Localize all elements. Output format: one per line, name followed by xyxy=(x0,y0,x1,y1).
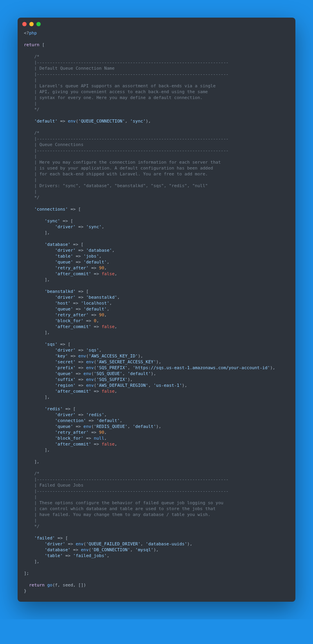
sqs-driver: 'sqs' xyxy=(86,348,99,353)
comment: | have failed. You may change them to an… xyxy=(34,512,210,517)
prefix-key: 'prefix' xyxy=(55,365,76,370)
comment: | can control which database and table a… xyxy=(34,506,216,511)
num-90: 90 xyxy=(99,265,104,271)
sqs-queue-def: 'default' xyxy=(128,371,151,376)
comment: | API, giving you convenient access to e… xyxy=(34,89,208,94)
sqs-region-def: 'us-east-1' xyxy=(153,383,182,388)
php-lang: php xyxy=(29,31,37,36)
sqs-region-env: 'AWS_DEFAULT_REGION' xyxy=(96,383,148,388)
comment: |---------------------------------------… xyxy=(34,72,229,77)
redis-conn-v: 'default' xyxy=(96,418,120,423)
bs-queue: 'default' xyxy=(83,307,107,312)
failed-key: 'failed' xyxy=(34,536,55,541)
database-key: 'database' xyxy=(45,547,70,552)
failed-db-env: 'DB_CONNECTION' xyxy=(91,547,130,552)
close: ], xyxy=(34,459,40,464)
stray-return: return xyxy=(29,583,45,588)
comment: | for each back-end shipped with Laravel… xyxy=(34,171,208,177)
sqs-prefix-def: 'https://sqs.us-east-1.amazonaws.com/you… xyxy=(133,365,270,370)
comment: | xyxy=(34,177,37,182)
comment: |---------------------------------------… xyxy=(34,489,229,494)
comment: |---------------------------------------… xyxy=(34,136,229,141)
comment: | is used by your application. A default… xyxy=(34,166,213,171)
comment: | Queue Connections xyxy=(34,142,84,147)
num-0: 0 xyxy=(94,318,97,323)
comment: /* xyxy=(34,54,40,59)
redis-driver: 'redis' xyxy=(86,412,104,417)
comment: | Laravel's queue API supports an assort… xyxy=(34,83,216,88)
block-for-key: 'block_for' xyxy=(55,318,83,323)
sync-name: 'sync' xyxy=(45,218,60,224)
comment: |---------------------------------------… xyxy=(34,477,229,482)
comment: */ xyxy=(34,524,40,529)
suffix-key: 'suffix' xyxy=(55,377,76,382)
comment: | Failed Queue Jobs xyxy=(34,483,84,488)
comment: | xyxy=(34,494,37,500)
comment: | xyxy=(34,189,37,194)
bracket: [ xyxy=(42,42,45,47)
comment: /* xyxy=(34,471,40,476)
sqs-prefix-env: 'SQS_PREFIX' xyxy=(96,365,127,370)
sqs-key-env: 'AWS_ACCESS_KEY_ID' xyxy=(89,354,138,359)
bracket: [ xyxy=(78,207,81,212)
comment: | xyxy=(34,154,37,159)
host-key: 'host' xyxy=(55,301,70,306)
secret-key: 'secret' xyxy=(55,359,76,364)
failed-driver-env: 'QUEUE_FAILED_DRIVER' xyxy=(86,541,140,547)
stray-args: (f, seed, []) xyxy=(52,583,86,588)
comment: |---------------------------------------… xyxy=(34,60,229,65)
table-key: 'table' xyxy=(55,254,73,259)
key-key: 'key' xyxy=(55,354,68,359)
sqs-secret-env: 'AWS_SECRET_ACCESS_KEY' xyxy=(96,359,156,364)
queue-key: 'queue' xyxy=(55,260,73,265)
env-v: 'sync' xyxy=(130,119,146,124)
failed-driver-def: 'database-uuids' xyxy=(146,541,187,547)
code-block: <?php return [ /* |---------------------… xyxy=(18,29,295,602)
sync-driver: 'sync' xyxy=(86,224,102,229)
comment: */ xyxy=(34,107,40,112)
comment: /* xyxy=(34,130,40,135)
env-fn: env xyxy=(68,119,76,124)
failed-table: 'failed_jobs' xyxy=(73,553,107,558)
driver-key: 'driver' xyxy=(55,224,76,229)
comment: | Default Queue Connection Name xyxy=(34,66,115,71)
db-table: 'jobs' xyxy=(83,254,99,259)
retry-key: 'retry_after' xyxy=(55,265,88,271)
db-driver: 'database' xyxy=(86,248,112,253)
comment: */ xyxy=(34,195,40,200)
failed-db-def: 'mysql' xyxy=(135,547,153,552)
sqs-queue-env: 'SQS_QUEUE' xyxy=(94,371,122,376)
key-default: 'default' xyxy=(34,119,58,124)
bs-name: 'beanstalkd' xyxy=(45,289,76,294)
redis-queue-def: 'default' xyxy=(133,424,156,429)
db-queue: 'default' xyxy=(83,260,107,265)
kw-null: null xyxy=(94,436,104,441)
maximize-icon[interactable] xyxy=(36,22,41,26)
end-bracket: ]; xyxy=(24,571,29,576)
minimize-icon[interactable] xyxy=(29,22,34,26)
comment: | Drivers: "sync", "database", "beanstal… xyxy=(34,183,208,188)
region-key: 'region' xyxy=(55,383,76,388)
comment: | These options configure the behavior o… xyxy=(34,500,223,505)
comment: | xyxy=(34,101,37,106)
code-window: <?php return [ /* |---------------------… xyxy=(18,18,295,602)
titlebar xyxy=(18,18,295,29)
bool-false: false xyxy=(102,271,115,276)
kw-return: return xyxy=(24,42,40,47)
bs-host: 'localhost' xyxy=(81,301,110,306)
env-k: 'QUEUE_CONNECTION' xyxy=(78,119,125,124)
sqs-name: 'sqs' xyxy=(45,342,58,347)
close: ], xyxy=(45,230,50,235)
comment: | xyxy=(34,78,37,83)
comment: |---------------------------------------… xyxy=(34,148,229,153)
close-icon[interactable] xyxy=(22,22,27,26)
comment: | syntax for every one. Here you may def… xyxy=(34,95,203,100)
comment: | Here you may configure the connection … xyxy=(34,160,221,165)
key-connections: 'connections' xyxy=(34,207,68,212)
after-commit-key: 'after_commit' xyxy=(55,271,91,276)
redis-queue-env: 'REDIS_QUEUE' xyxy=(94,424,128,429)
redis-name: 'redis' xyxy=(45,406,63,411)
stray-brace: } xyxy=(24,588,27,593)
stray-go: go xyxy=(47,583,52,588)
comment: | xyxy=(34,518,37,523)
